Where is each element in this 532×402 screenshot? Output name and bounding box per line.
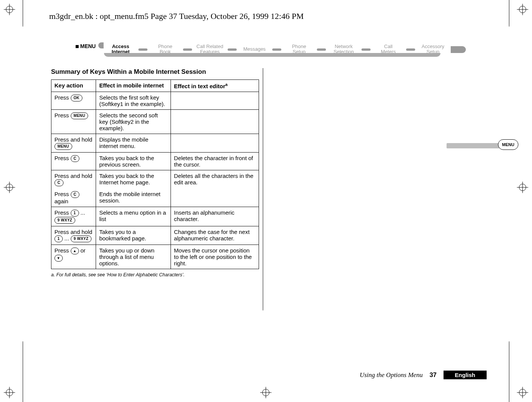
menu-tag: MENU [76,43,96,49]
action-joiner: or [79,247,86,254]
svg-point-6 [6,184,13,191]
cell-editor-effect: Inserts an alphanumeric character. [171,207,259,226]
table-row: Press C againEnds the mobile internet se… [51,189,259,207]
cell-mobile-effect: Takes you to a bookmarked page. [96,226,171,245]
footer-page-number: 37 [430,371,437,379]
col-header-editor: Effect in text editora [171,80,259,92]
keycap-icon: ▾ [54,255,63,262]
table-footnote: a. For full details, see see ‘How to Ent… [58,272,259,277]
table-row: Press and hold 1 ... 9 WXYZTakes you to … [51,226,259,245]
crop-rule [23,341,23,402]
ribbon-item-top: Messages [243,47,265,52]
table-row: Press MENUSelects the second soft key (S… [51,110,259,134]
ribbon-connector-icon [272,48,281,51]
key-summary-table: Key action Effect in mobile internet Eff… [51,79,259,269]
ribbon-connector-icon [317,48,326,51]
page-header-line: m3gdr_en.bk : opt_menu.fm5 Page 37 Tuesd… [49,11,304,21]
table-row: Press and hold CTakes you back to the In… [51,170,259,189]
ribbon-item-top: Call Related [197,44,223,49]
action-joiner: ... [63,235,71,242]
col-header-mobile: Effect in mobile internet [96,80,171,92]
crop-rule [509,0,509,26]
table-row: Press ▴ or ▾Takes you up or down through… [51,245,259,269]
keycap-icon: C [54,179,64,186]
action-prefix: Press and hold [54,136,92,143]
action-prefix: Press [54,112,71,118]
ribbon-connector-icon [361,48,371,51]
cell-key-action: Press OK [51,92,96,110]
table-row: Press CTakes you back to the previous sc… [51,153,259,170]
cell-mobile-effect: Selects the second soft key (Softkey2 in… [96,110,171,134]
ribbon-cap-right-icon [451,46,466,53]
action-prefix: Press [54,191,71,197]
svg-point-3 [519,6,526,13]
col-header-editor-sup: a [225,82,228,87]
crop-rule [509,341,509,402]
keycap-icon: 1 [71,210,79,217]
ribbon-base [104,53,440,57]
cell-editor-effect: Deletes the character in front of the cu… [171,153,259,170]
menu-ribbon: MENU AccessInternetPhoneBookCall Related… [76,38,450,61]
cell-editor-effect [171,110,259,134]
crop-mark-icon [4,4,15,15]
cell-editor-effect: Changes the case for the next alphanumer… [171,226,259,245]
col-header-editor-text: Effect in text editor [174,83,225,89]
table-row: Press and hold MENUDisplays the mobile i… [51,134,259,153]
ribbon-connector-icon [138,48,147,51]
crop-mark-icon [260,387,271,398]
cell-key-action: Press C [51,153,96,170]
ribbon-item-top: Phone [158,44,172,49]
svg-point-12 [6,389,13,396]
cell-mobile-effect: Displays the mobile internet menu. [96,134,171,153]
table-row: Press OKSelects the first soft key (Soft… [51,92,259,110]
crop-mark-icon [517,182,528,193]
crop-mark-icon [517,4,528,15]
ribbon-connector-icon [183,48,192,51]
action-prefix: Press [54,247,71,254]
crop-mark-icon [4,387,15,398]
crop-rule [23,0,23,26]
keycap-icon: OK [71,95,83,101]
column-divider [263,68,263,310]
ribbon-item-top: Phone [292,44,306,49]
action-prefix: Press [54,94,71,101]
keycap-icon: C [71,191,80,198]
col-header-action: Key action [51,80,96,92]
cell-mobile-effect: Takes you back to the previous screen. [96,153,171,170]
action-suffix: again [54,198,68,204]
action-prefix: Press [54,155,71,161]
thumb-tab-menu: MENU [498,139,518,150]
cell-editor-effect: Deletes all the characters in the edit a… [171,170,259,189]
ribbon-connector-icon [228,48,237,51]
cell-mobile-effect: Ends the mobile internet session. [96,189,171,207]
cell-key-action: Press and hold 1 ... 9 WXYZ [51,226,96,245]
action-prefix: Press [54,209,71,216]
keycap-icon: MENU [71,112,88,119]
keycap-icon: 9 WXYZ [54,217,75,224]
cell-mobile-effect: Selects the first soft key (Softkey1 in … [96,92,171,110]
ribbon-item-top: Network [335,44,353,49]
action-prefix: Press and hold [54,173,92,179]
action-joiner: ... [79,209,85,216]
cell-key-action: Press and hold MENU [51,134,96,153]
cell-key-action: Press ▴ or ▾ [51,245,96,269]
footer-language-badge: English [444,371,487,379]
keycap-icon: ▴ [71,248,79,254]
cell-mobile-effect: Selects a menu option in a list [96,207,171,226]
cell-mobile-effect: Takes you up or down through a list of m… [96,245,171,269]
cell-key-action: Press 1 ... 9 WXYZ [51,207,96,226]
table-row: Press 1 ... 9 WXYZSelects a menu option … [51,207,259,226]
ribbon-item-top: Access [112,44,129,49]
ribbon-item: Messages [237,47,272,52]
section-heading: Summary of Keys Within a Mobile Internet… [51,68,259,76]
keycap-icon: 9 WXYZ [71,235,92,242]
svg-point-0 [6,6,13,13]
ribbon-item-top: Call [384,44,392,49]
action-prefix: Press and hold [54,229,92,235]
page-footer: Using the Options Menu 37 English [360,371,487,379]
keycap-icon: 1 [54,235,63,242]
crop-mark-icon [517,387,528,398]
ribbon-connector-icon [406,48,415,51]
ribbon-item-top: Accessory [422,44,444,49]
cell-editor-effect [171,92,259,110]
